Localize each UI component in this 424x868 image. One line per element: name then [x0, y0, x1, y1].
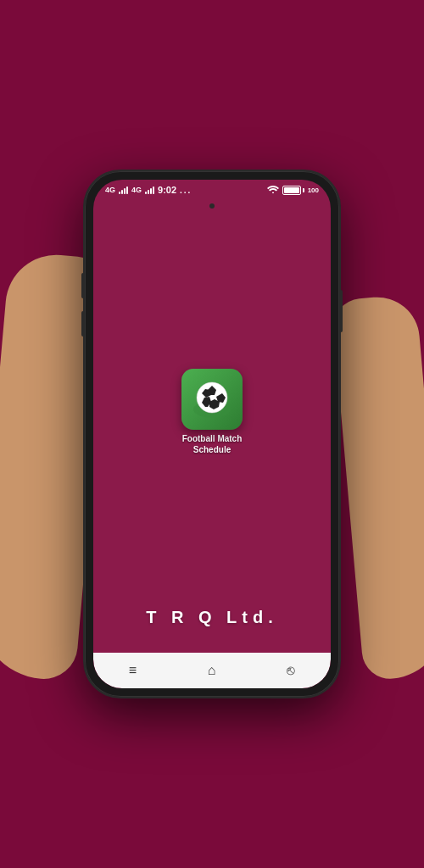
signal-bar — [148, 190, 149, 194]
app-label-line1: Football Match — [182, 434, 243, 443]
signal-bar — [126, 186, 128, 194]
app-icon-area: Football Match Schedule — [181, 215, 243, 608]
home-icon[interactable]: ⌂ — [201, 656, 223, 685]
signal-bars-1 — [119, 186, 128, 194]
network1-label: 4G — [105, 186, 115, 194]
battery-tip — [303, 188, 304, 192]
menu-icon[interactable]: ≡ — [122, 656, 143, 685]
status-left: 4G 4G 9:02 ... — [105, 185, 192, 195]
signal-bars-2 — [145, 186, 154, 194]
power-button[interactable] — [339, 290, 343, 332]
front-camera — [209, 203, 215, 209]
signal-bar — [145, 192, 147, 194]
app-label-line2: Schedule — [193, 445, 231, 454]
app-icon[interactable] — [181, 369, 243, 430]
app-icon-wrapper[interactable]: Football Match Schedule — [181, 369, 243, 455]
signal-bar — [121, 190, 123, 194]
battery-body — [282, 186, 301, 195]
volume-up-button[interactable] — [81, 273, 85, 298]
overflow-menu-dots[interactable]: ... — [180, 186, 192, 195]
status-right: 100 — [267, 185, 319, 195]
company-area: T R Q Ltd. — [146, 608, 278, 644]
status-time: 9:02 — [158, 185, 176, 195]
navigation-bar: ≡ ⌂ ⎋ — [93, 653, 331, 688]
app-icon-label: Football Match Schedule — [182, 433, 243, 455]
company-name: T R Q Ltd. — [146, 608, 278, 626]
screen-content: Football Match Schedule T R Q Ltd. — [93, 198, 331, 653]
phone-device: 4G 4G 9:02 ... — [85, 171, 339, 697]
signal-bar — [150, 188, 152, 194]
network2-label: 4G — [131, 186, 142, 194]
signal-bar — [119, 192, 120, 194]
battery-level: 100 — [308, 186, 319, 194]
signal-bar — [153, 186, 154, 194]
status-bar: 4G 4G 9:02 ... — [93, 180, 331, 198]
signal-bar — [124, 188, 126, 194]
battery-fill — [284, 187, 299, 193]
back-icon[interactable]: ⎋ — [280, 656, 302, 685]
phone-screen: 4G 4G 9:02 ... — [93, 180, 331, 688]
battery-indicator — [282, 186, 304, 195]
wifi-icon — [267, 185, 279, 195]
volume-down-button[interactable] — [81, 311, 85, 337]
